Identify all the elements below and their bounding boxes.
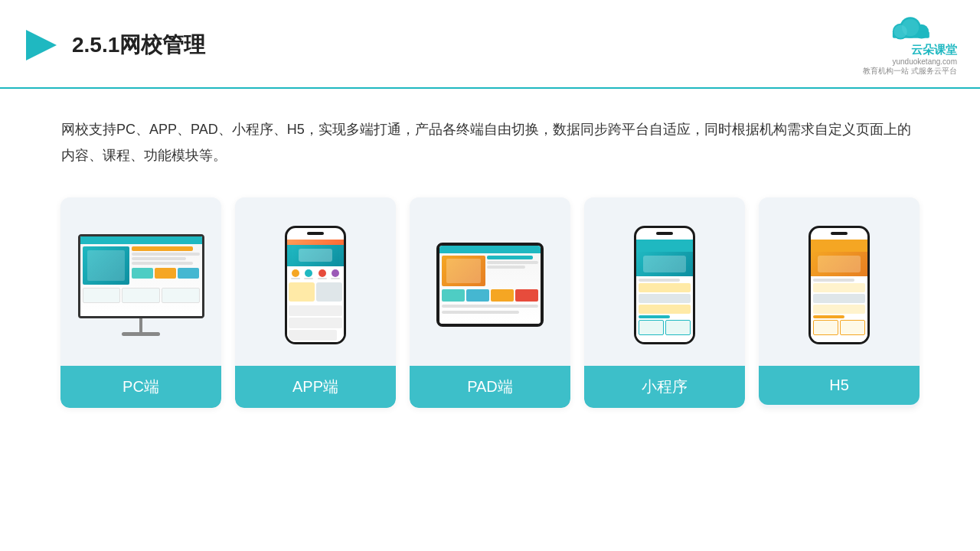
card-h5: H5 <box>759 197 920 408</box>
phone-mockup-app <box>285 226 346 344</box>
logo-name: 云朵课堂 <box>911 43 957 57</box>
card-app: APP端 <box>235 197 396 408</box>
phone-mockup-mini <box>634 226 695 344</box>
card-mini-label: 小程序 <box>584 366 745 408</box>
logo-tagline: 教育机构一站 式服务云平台 <box>863 66 957 77</box>
card-pc-image <box>60 197 221 366</box>
tablet-mockup <box>436 243 544 327</box>
description-text: 网校支持PC、APP、PAD、小程序、H5，实现多端打通，产品各终端自由切换，数… <box>0 89 980 168</box>
card-pad-image <box>410 197 570 366</box>
card-mini: 小程序 <box>584 197 745 408</box>
phone-mockup-h5 <box>808 226 870 344</box>
play-icon <box>23 27 60 64</box>
card-h5-label: H5 <box>759 366 920 405</box>
cards-container: PC端 <box>0 168 980 408</box>
logo-area: 云朵课堂 yunduoketang.com 教育机构一站 式服务云平台 <box>863 14 957 77</box>
card-pc-label: PC端 <box>60 366 221 408</box>
card-pad: PAD端 <box>410 197 570 408</box>
svg-marker-0 <box>26 30 57 60</box>
card-app-image <box>235 197 396 366</box>
svg-point-6 <box>901 19 918 36</box>
monitor-mockup <box>78 234 204 336</box>
card-h5-image <box>759 197 920 366</box>
card-pc: PC端 <box>60 197 221 408</box>
page-title: 2.5.1网校管理 <box>72 31 205 60</box>
card-mini-image <box>584 197 745 366</box>
card-app-label: APP端 <box>235 366 396 408</box>
card-pad-label: PAD端 <box>410 366 570 408</box>
logo-icon <box>887 14 933 41</box>
header: 2.5.1网校管理 云朵课堂 yunduoketang.com 教育机构一站 式… <box>0 0 980 89</box>
header-left: 2.5.1网校管理 <box>23 27 205 64</box>
logo-url: yunduoketang.com <box>892 57 957 66</box>
